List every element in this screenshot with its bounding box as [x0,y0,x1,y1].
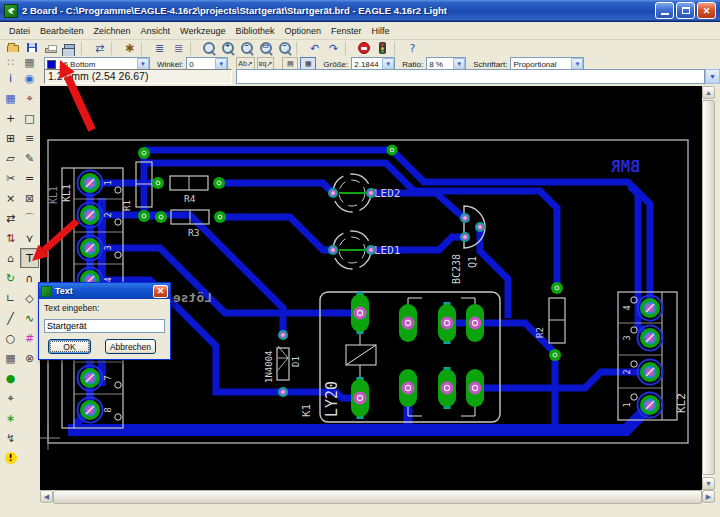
smash-icon: ⊠ [25,193,34,204]
ripup-tool[interactable]: ↯ [1,428,20,448]
zoom-redraw-button[interactable]: ~ [275,41,294,56]
text-tool[interactable]: T [20,248,39,268]
hole-tool[interactable]: ⌖ [1,388,20,408]
copy-icon: ⊞ [6,133,15,144]
zoom-in-button[interactable]: + [218,41,237,56]
menu-item-hilfe[interactable]: Hilfe [367,24,395,38]
svg-text:Q1: Q1 [467,256,478,268]
optimize-tool[interactable]: ∟ [1,288,20,308]
zoom-out-button[interactable]: − [237,41,256,56]
menu-item-bibliothek[interactable]: Bibliothek [230,24,279,38]
horizontal-scroll-thumb[interactable] [53,490,702,504]
component-d1: 1N4004 D1 [264,346,301,383]
run-button[interactable]: ≣ [169,41,188,56]
cam-processor-button[interactable] [60,41,79,56]
split-tool[interactable]: ⋎ [20,228,39,248]
help-button[interactable]: ? [403,41,422,56]
cut-icon: ✂ [6,173,15,184]
arc-tool[interactable]: ∩ [20,268,39,288]
name-tool[interactable]: ✎ [20,148,39,168]
script-button[interactable]: ≣ [150,41,169,56]
replace-tool[interactable]: ⌂ [1,248,20,268]
menu-item-fenster[interactable]: Fenster [326,24,367,38]
lock-tool[interactable]: ⊗ [20,348,39,368]
menu-item-zeichnen[interactable]: Zeichnen [89,24,136,38]
grid-color-tool[interactable]: # [20,328,39,348]
undo-button[interactable]: ↶ [305,41,324,56]
menu-item-werkzeuge[interactable]: Werkzeuge [175,24,230,38]
menu-bar: DateiBearbeitenZeichnenAnsichtWerkzeugeB… [0,22,720,40]
undo-icon: ↶ [310,43,319,54]
dialog-close-icon[interactable]: ✕ [153,285,168,298]
text-input[interactable] [44,319,165,333]
svg-text:KL2: KL2 [675,393,688,413]
zoom-fit-button[interactable] [199,41,218,56]
delete-tool[interactable]: × [1,188,20,208]
miter-tool[interactable]: ⌒ [20,208,39,228]
rect-tool[interactable]: ▦ [1,348,20,368]
horizontal-scrollbar[interactable]: ◀ ▶ [40,490,715,504]
display-icon: ▦ [5,93,15,104]
menu-item-optionen[interactable]: Optionen [280,24,327,38]
scroll-left-button[interactable]: ◀ [40,490,53,503]
info-tool[interactable]: i [1,68,20,88]
info-icon: i [9,73,12,84]
mirror-icon: ⇄ [6,213,15,224]
mark-tool[interactable]: ⌖ [20,88,39,108]
run-ulp-button[interactable]: ✱ [120,41,139,56]
polygon-icon: ◇ [25,293,33,304]
command-history-dropdown[interactable]: ▼ [705,69,720,84]
move-tool[interactable]: + [1,108,20,128]
print-button[interactable] [41,41,60,56]
mirror-tool[interactable]: ⇄ [1,208,20,228]
errors-tool[interactable]: ! [1,448,20,468]
scroll-right-button[interactable]: ▶ [702,490,715,503]
command-input[interactable] [236,69,705,84]
scroll-down-button[interactable]: ▼ [702,477,715,490]
display-tool[interactable]: ▦ [1,88,20,108]
go-button[interactable] [373,41,392,56]
toolbar-separator [81,42,88,55]
show-tool[interactable]: ◉ [20,68,39,88]
scroll-up-button[interactable]: ▲ [702,86,715,99]
via-tool[interactable]: ● [1,368,20,388]
polygon-tool[interactable]: ◇ [20,288,39,308]
value-tool[interactable]: = [20,168,39,188]
vertical-scroll-thumb[interactable] [702,100,715,475]
circle-tool[interactable]: ○ [1,328,20,348]
cut-tool[interactable]: ✂ [1,168,20,188]
component-r4: R4 [170,176,208,204]
component-r2: R2 [535,298,565,343]
switch-editor-button[interactable]: ⇄ [90,41,109,56]
status-row: 1.27 mm (2.54 26.67) ▼ [44,68,720,85]
redo-button[interactable]: ↷ [324,41,343,56]
svg-text:R2: R2 [535,327,545,338]
menu-item-bearbeiten[interactable]: Bearbeiten [35,24,89,38]
copy-tool[interactable]: ⊞ [1,128,20,148]
wire-tool[interactable]: ╱ [1,308,20,328]
maximize-button[interactable] [676,2,695,19]
paste-tool[interactable]: ▱ [1,148,20,168]
svg-text:3: 3 [622,335,632,340]
ok-button[interactable]: OK [48,339,91,354]
change-tool[interactable]: ≡ [20,128,39,148]
cancel-button[interactable]: Abbrechen [105,339,156,354]
script-icon: ≣ [155,43,164,54]
vertical-scrollbar[interactable]: ▲ ▼ [702,86,715,490]
close-button[interactable]: ✕ [697,2,716,19]
group-tool[interactable]: □ [20,108,39,128]
smash-tool[interactable]: ⊠ [20,188,39,208]
menu-item-datei[interactable]: Datei [4,24,35,38]
zoom-select-button[interactable]: ▭ [256,41,275,56]
pinswap-tool[interactable]: ⇅ [1,228,20,248]
stop-button[interactable] [354,41,373,56]
magnifier-icon: + [221,41,235,55]
menu-item-ansicht[interactable]: Ansicht [136,24,176,38]
signal-tool[interactable]: ∿ [20,308,39,328]
dialog-title-bar[interactable]: Text ✕ [39,283,170,299]
ratsnest-tool[interactable]: ∗ [1,408,20,428]
name-icon: ✎ [25,153,34,164]
rotate-tool[interactable]: ↻ [1,268,20,288]
minimize-button[interactable] [655,2,674,19]
magnifier-icon: ~ [278,41,292,55]
